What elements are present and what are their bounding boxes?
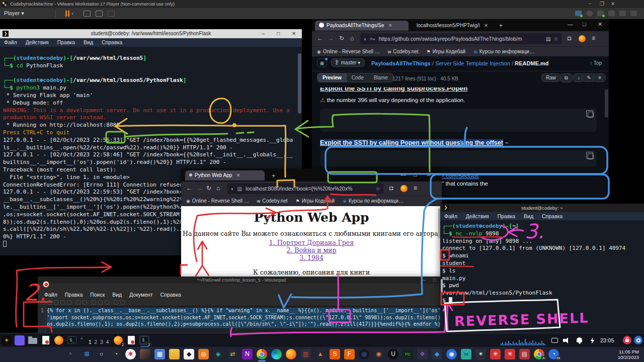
- bookmark-item[interactable]: ◉Online - Reverse Shell …: [317, 49, 380, 54]
- new-tab-button[interactable]: +: [272, 172, 275, 179]
- bookmark-item[interactable]: ⊕Курсы по информаци…: [473, 49, 534, 54]
- taskbar-icon-printer-red[interactable]: ▤: [519, 349, 530, 359]
- taskbar-icon-analyzer[interactable]: ▥: [300, 349, 311, 359]
- app-menu-icon[interactable]: [15, 335, 25, 345]
- back-icon[interactable]: ←: [186, 185, 192, 192]
- tab-python-web-app[interactable]: Python Web App✕: [185, 170, 265, 180]
- bookmark-item[interactable]: wCodeby.net: [257, 198, 288, 204]
- file-manager-icon[interactable]: [28, 335, 38, 345]
- pocket-icon[interactable]: ◘: [389, 185, 393, 192]
- editor-text[interactable]: {% for x in ().__class__.__base__.__subc…: [47, 308, 445, 328]
- reader-mode-icon[interactable]: ▤: [546, 33, 551, 44]
- notification-bell-icon[interactable]: [577, 337, 582, 342]
- taskbar-icon-firefox[interactable]: [286, 349, 296, 359]
- tab-localhost-phptwig[interactable]: localhost/lesson5/PHPTwig/i✕: [413, 21, 493, 31]
- tab-blame[interactable]: Blame: [369, 73, 393, 82]
- maximize-button[interactable]: □: [433, 277, 436, 284]
- minimize-button[interactable]: —: [400, 171, 406, 177]
- book-link-1[interactable]: 1. Портрет Дориана Грея: [269, 239, 354, 246]
- menu-actions[interactable]: Действия: [466, 213, 489, 219]
- breadcrumb-repo[interactable]: PayloadsAllTheThings: [371, 60, 431, 66]
- code-block-popen[interactable]: {% for x in ().__class__.__base__.__subc…: [320, 150, 597, 166]
- maximize-button[interactable]: □: [414, 171, 417, 177]
- close-button[interactable]: ✕: [427, 171, 431, 178]
- taskbar-icon-sublime[interactable]: S: [330, 349, 340, 359]
- taskbar-icon-onenote[interactable]: N: [242, 349, 253, 359]
- terminal-left-titlebar[interactable]: ❯ student@codeby: /var/www/html/lesson5/…: [0, 29, 302, 38]
- taskbar-icon-search[interactable]: ○: [96, 349, 107, 359]
- minimize-button[interactable]: —: [421, 277, 426, 284]
- readme-heading-2[interactable]: Exploit the SSTI by calling Popen withou…: [320, 139, 597, 146]
- taskbar-icon-photos[interactable]: [140, 349, 150, 359]
- mousepad-icon[interactable]: [41, 335, 51, 345]
- taskbar-icon-vmware[interactable]: ◈: [213, 349, 223, 359]
- mousepad-editor[interactable]: 1 {% for x in ().__class__.__base__.__su…: [38, 306, 445, 333]
- taskbar-icon-arrows[interactable]: ⇄: [227, 349, 238, 359]
- power-bolt-icon[interactable]: [590, 337, 595, 344]
- bookmark-item[interactable]: ⚑Игры Кодебай: [427, 49, 466, 54]
- menu-hamburger-icon[interactable]: ≡: [592, 35, 595, 42]
- terminal-right-titlebar[interactable]: ❯ student@codeby: ~: [440, 204, 644, 212]
- panel-expander-icon[interactable]: ^: [80, 337, 83, 342]
- vm-device-usb-icon[interactable]: [608, 11, 615, 16]
- vm-clock[interactable]: 23:05: [600, 337, 614, 343]
- mousepad-titlebar[interactable]: *~/Рабочий стол/tmp_lesson_5 - Mousepad …: [38, 277, 445, 284]
- bookmark-star-icon[interactable]: ☆: [376, 183, 380, 194]
- book-link-3[interactable]: 3. 1984: [299, 254, 324, 261]
- taskbar-icon-maps[interactable]: ◉: [446, 349, 457, 359]
- pause-icon[interactable]: [65, 11, 67, 17]
- mousepad-toolbar[interactable]: [38, 299, 445, 306]
- taskbar-icon-chrome-dev[interactable]: A: [534, 349, 544, 359]
- file-tree-icon[interactable]: ▣: [317, 58, 327, 67]
- task-mousepad-icon[interactable]: [126, 335, 136, 345]
- home-icon[interactable]: ⌂: [350, 35, 354, 42]
- menu-view[interactable]: Вид: [524, 213, 533, 219]
- pocket-icon[interactable]: ◘: [568, 35, 571, 42]
- taskbar-icon-gauge[interactable]: ◔: [111, 349, 121, 359]
- bookmark-star-icon[interactable]: ☆: [554, 33, 558, 44]
- taskbar-icon-edge[interactable]: [271, 349, 282, 359]
- branch-selector[interactable]: master ▾: [331, 58, 365, 67]
- taskbar-icon-gear-red-2[interactable]: ✳: [505, 349, 515, 359]
- maximize-button[interactable]: □: [583, 21, 586, 27]
- pause-icon[interactable]: [68, 11, 69, 17]
- menu-help[interactable]: Справка: [160, 292, 181, 298]
- copy-code-icon[interactable]: [588, 112, 594, 118]
- menu-help[interactable]: Справка: [542, 213, 562, 219]
- menu-actions[interactable]: Действия: [26, 39, 49, 45]
- vmware-maximize-button[interactable]: ❐: [600, 0, 604, 8]
- menu-file[interactable]: Файл: [444, 213, 457, 219]
- ctrl-alt-del-icon[interactable]: [84, 11, 91, 17]
- taskbar-icon-tableau[interactable]: ◔64: [548, 349, 559, 359]
- taskbar-icon-explorer[interactable]: [169, 349, 180, 359]
- reload-icon[interactable]: ↻: [339, 35, 344, 42]
- session-icon[interactable]: [634, 336, 642, 344]
- raw-button[interactable]: Raw: [541, 73, 560, 82]
- vm-device-sound-icon[interactable]: [619, 11, 626, 16]
- menu-file[interactable]: Файл: [4, 39, 17, 45]
- taskbar-icon-f-app[interactable]: F: [344, 349, 355, 359]
- reload-icon[interactable]: ↻: [206, 185, 211, 192]
- windows-clock[interactable]: 11:05 PM 10/2/2023: [618, 349, 639, 360]
- copy-raw-icon[interactable]: ⧉: [560, 73, 573, 82]
- tab-code[interactable]: Code: [347, 73, 369, 82]
- new-tab-button[interactable]: +: [499, 22, 503, 29]
- home-icon[interactable]: ⌂: [216, 185, 220, 192]
- task-firefox-icon[interactable]: 2: [113, 335, 123, 345]
- breadcrumb-path[interactable]: Server Side Template Injection: [435, 60, 510, 66]
- vm-device-hdd-icon[interactable]: [575, 11, 582, 16]
- close-button[interactable]: ✕: [292, 29, 296, 38]
- taskbar-icon-vscode[interactable]: ◆: [432, 349, 442, 359]
- taskbar-icon-obsidian[interactable]: ◆: [184, 349, 194, 359]
- bookmark-item[interactable]: ⚑Игры Кодебай: [296, 198, 335, 204]
- codeby-logo-icon[interactable]: ✶: [2, 335, 12, 345]
- pause-caret-icon[interactable]: ▾: [71, 12, 73, 16]
- maximize-button[interactable]: □: [277, 29, 280, 38]
- terminal-right-scrollbar[interactable]: [441, 279, 443, 292]
- terminal-left-scrollbar[interactable]: [298, 53, 301, 114]
- vm-device-settings-icon[interactable]: [630, 11, 637, 16]
- taskbar-icon-fc[interactable]: FC: [403, 349, 413, 359]
- menu-edit[interactable]: Правка: [57, 39, 75, 45]
- taskbar-icon-blender[interactable]: ◉: [373, 349, 384, 359]
- display-icon[interactable]: [551, 338, 558, 343]
